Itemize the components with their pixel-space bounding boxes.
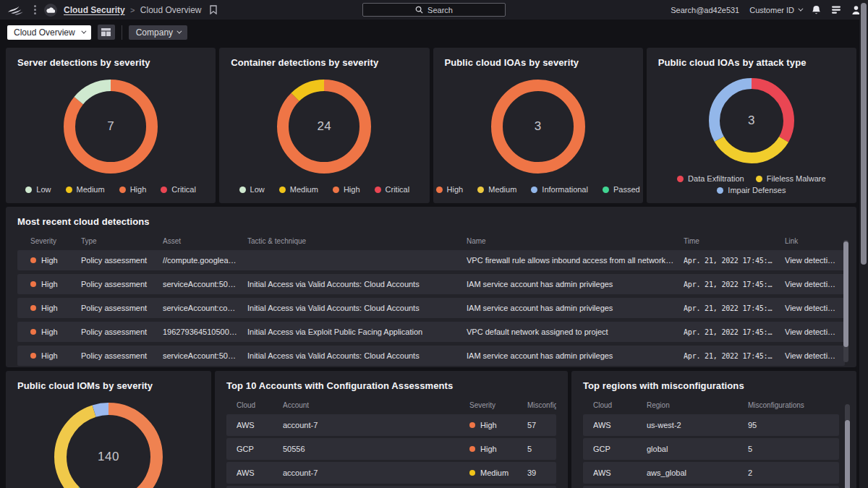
breadcrumb-current-page: Cloud Overview	[140, 5, 202, 15]
detection-row: High Policy assessment serviceAccount:co…	[17, 298, 845, 318]
severity-dot	[469, 422, 475, 428]
regions-table-header: Cloud Region Misconfigurations	[583, 395, 839, 414]
top-navbar: Cloud Security > Cloud Overview Search S…	[0, 0, 868, 20]
activity-feed-icon[interactable]	[831, 5, 841, 14]
account-row: GCP 50556 High 5	[226, 438, 556, 460]
donut-center-value: 24	[277, 80, 371, 174]
dashboard-view-select[interactable]: Cloud Overview	[7, 25, 91, 40]
detections-table-header: Severity Type Asset Tactic & technique N…	[17, 231, 845, 250]
detection-row: High Policy assessment //compute.googlea…	[17, 250, 845, 270]
donut-chart-ioas-severity[interactable]: 3	[491, 80, 585, 174]
donut-chart-container-detections[interactable]: 24	[277, 80, 371, 174]
legend-dot-medium	[66, 187, 72, 193]
legend-dot-critical	[375, 187, 381, 193]
panel-title: Top regions with misconfigurations	[571, 371, 856, 391]
app-menu-icon[interactable]	[33, 4, 38, 16]
view-detection-link[interactable]: View detection	[785, 256, 836, 265]
breadcrumb-link-cloud-security[interactable]: Cloud Security	[64, 5, 125, 15]
layout-grid-button[interactable]	[98, 25, 115, 40]
panel-top-accounts: Top 10 Accounts with Configuration Asses…	[215, 371, 568, 488]
detections-scrollbar[interactable]	[843, 240, 848, 362]
tactic-link[interactable]: Initial Access	[247, 280, 294, 288]
legend-dot-data-exfiltration	[677, 176, 684, 182]
view-detection-link[interactable]: View detection	[785, 280, 836, 288]
legend-dot-impair-defenses	[717, 187, 723, 194]
legend-dot-low	[239, 187, 246, 193]
severity-dot	[469, 470, 475, 476]
regions-scrollbar[interactable]	[845, 404, 850, 488]
account-link[interactable]: 50556	[283, 445, 305, 453]
donut-center-value: 3	[709, 78, 794, 163]
customer-id-dropdown[interactable]: Customer ID	[749, 6, 801, 14]
tactic-link[interactable]: Initial Access	[247, 351, 294, 360]
search-label: Search	[427, 6, 453, 14]
toolbar-divider	[122, 25, 122, 40]
view-detection-link[interactable]: View detection	[785, 351, 836, 360]
legend-dot-informational	[531, 187, 537, 193]
legend-dot-fileless-malware	[756, 176, 762, 182]
breadcrumb-separator: >	[130, 6, 135, 14]
technique-link[interactable]: Valid Accounts: Cloud Accounts	[308, 304, 420, 312]
bookmark-icon[interactable]	[210, 5, 217, 14]
panel-ioas-severity: Public cloud IOAs by severity 3 High Med…	[433, 48, 643, 203]
panel-ioms-severity: Public cloud IOMs by severity 140	[6, 371, 211, 488]
donut-center-value: 140	[54, 403, 163, 488]
detection-row: High Policy assessment serviceAccount:50…	[17, 346, 845, 366]
donut-center-value: 3	[491, 80, 585, 174]
account-link[interactable]: account-7	[283, 421, 318, 429]
global-search-input[interactable]: Search	[362, 3, 506, 17]
chart-legend: Data Exfiltration Fileless Malware	[647, 174, 856, 186]
technique-link[interactable]: Valid Accounts: Cloud Accounts	[308, 351, 420, 360]
donut-chart-ioas-attack-type[interactable]: 3	[709, 78, 794, 163]
panel-title: Most recent cloud detections	[6, 207, 856, 227]
severity-dot	[30, 257, 36, 263]
notifications-bell-icon[interactable]	[812, 5, 821, 15]
chart-legend: Impair Defenses	[647, 186, 856, 203]
tactic-link[interactable]: Initial Access	[247, 328, 294, 336]
chart-legend: Low Medium High Critical	[219, 185, 429, 203]
legend-dot-high	[333, 187, 339, 193]
technique-link[interactable]: Exploit Public Facing Application	[308, 328, 422, 336]
technique-link[interactable]: Valid Accounts: Cloud Accounts	[308, 280, 420, 288]
severity-dot	[30, 329, 36, 335]
panel-title: Public cloud IOAs by severity	[433, 48, 643, 68]
account-link[interactable]: account-7	[283, 468, 318, 477]
legend-dot-critical	[161, 187, 167, 193]
breadcrumb: Cloud Security > Cloud Overview	[64, 5, 202, 15]
region-link[interactable]: global	[647, 445, 668, 453]
chevron-down-icon	[798, 7, 803, 12]
detection-row: High Policy assessment serviceAccount:50…	[17, 274, 845, 294]
panel-title: Public cloud IOMs by severity	[6, 371, 211, 391]
user-account-label[interactable]: Search@ad42e531	[671, 6, 739, 14]
dashboard-toolbar: Cloud Overview Company	[0, 20, 868, 45]
crowdstrike-falcon-logo[interactable]	[7, 4, 26, 16]
company-filter-dropdown[interactable]: Company	[129, 25, 187, 40]
chart-legend: High Medium Informational Passed	[433, 185, 643, 203]
layout-grid-icon	[101, 28, 111, 36]
panel-title: Server detections by severity	[6, 48, 216, 68]
panel-recent-detections: Most recent cloud detections Severity Ty…	[6, 207, 856, 367]
view-detection-link[interactable]: View detection	[785, 304, 836, 312]
legend-dot-passed	[603, 187, 609, 193]
region-link[interactable]: us-west-2	[647, 421, 681, 429]
tactic-link[interactable]: Initial Access	[247, 304, 294, 312]
region-row: GCP global 5	[583, 438, 839, 460]
donut-chart-ioms-severity[interactable]: 140	[54, 403, 163, 488]
page-scrollbar[interactable]	[861, 3, 867, 265]
account-row: AWS account-7 High 57	[226, 414, 556, 436]
panel-server-detections: Server detections by severity 7 Low Medi…	[6, 48, 216, 203]
region-row: AWS aws_global 2	[583, 462, 839, 484]
view-detection-link[interactable]: View detection	[785, 328, 836, 336]
chevron-down-icon	[176, 29, 182, 34]
panel-ioas-attack-type: Public cloud IOAs by attack type 3 Data …	[647, 48, 856, 203]
panel-title: Public cloud IOAs by attack type	[647, 48, 856, 68]
legend-dot-medium	[279, 187, 286, 193]
search-icon	[415, 6, 423, 14]
donut-chart-server-detections[interactable]: 7	[64, 80, 158, 174]
region-link[interactable]: aws_global	[647, 468, 686, 477]
cloud-security-module-icon[interactable]	[44, 4, 57, 17]
severity-charts-row: Server detections by severity 7 Low Medi…	[6, 48, 856, 203]
panel-title: Container detections by severity	[219, 48, 429, 68]
chevron-down-icon	[81, 29, 86, 34]
chart-legend: Low Medium High Critical	[6, 185, 216, 203]
